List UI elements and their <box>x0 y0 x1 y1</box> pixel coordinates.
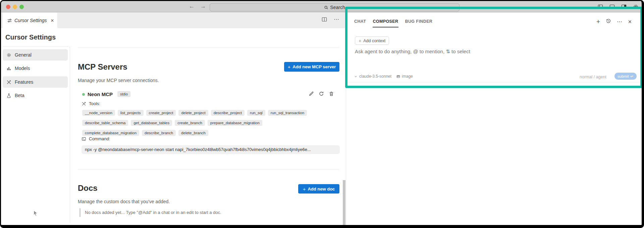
model-selector[interactable]: claude-3.5-sonnet image <box>354 74 413 79</box>
add-mcp-server-label: Add new MCP server <box>292 64 336 69</box>
sidebar-item-models[interactable]: Models <box>3 63 68 74</box>
image-icon <box>396 74 400 79</box>
tab-composer[interactable]: COMPOSER <box>373 19 398 27</box>
app-window: ← → Search Cursor Settings ✕ ⋯ <box>0 0 644 228</box>
layout-panel-right-icon[interactable] <box>621 4 627 11</box>
server-type-badge: stdio <box>117 91 130 97</box>
add-doc-button[interactable]: + Add new doc <box>298 184 339 194</box>
tool-tag: delete_project <box>178 110 208 116</box>
tool-tag-list: __node_version list_projects create_proj… <box>82 110 340 136</box>
docs-empty-message: No docs added yet... Type "@Add" in a ch… <box>79 208 221 217</box>
sidebar-item-label: Features <box>15 79 33 85</box>
add-doc-label: Add new doc <box>308 186 335 192</box>
tool-tag: list_projects <box>118 110 144 116</box>
sidebar-item-label: Beta <box>15 93 24 98</box>
mcp-section-description: Manage your MCP server connections. <box>78 78 159 83</box>
tab-chat[interactable]: CHAT <box>354 19 366 27</box>
add-mcp-server-button[interactable]: + Add new MCP server <box>284 62 339 72</box>
layout-panel-left-icon[interactable] <box>598 4 603 11</box>
zoom-window-button[interactable] <box>19 5 24 9</box>
search-placeholder: Search <box>330 5 345 10</box>
close-window-button[interactable] <box>6 5 10 9</box>
layout-panel-bottom-icon[interactable] <box>609 4 615 11</box>
submit-label: submit <box>618 74 629 78</box>
tab-label: Cursor Settings <box>14 18 47 23</box>
edit-server-icon[interactable] <box>309 91 314 98</box>
docs-section-title: Docs <box>78 183 98 193</box>
tab-bug-finder[interactable]: BUG FINDER <box>405 19 433 27</box>
docs-section-description: Manage the custom docs that you've added… <box>78 199 170 204</box>
sidebar-item-general[interactable]: General <box>3 49 68 61</box>
add-context-label: Add context <box>363 39 385 43</box>
command-label: Command: <box>89 136 110 141</box>
split-editor-icon[interactable] <box>322 17 327 23</box>
mcp-section-title: MCP Servers <box>78 62 127 72</box>
composer-tab-bar: CHAT COMPOSER BUG FINDER <box>354 19 432 27</box>
tool-tag: get_database_tables <box>131 120 172 126</box>
new-chat-icon[interactable]: + <box>596 19 600 24</box>
terminal-icon <box>82 137 86 141</box>
plus-icon: + <box>288 64 291 70</box>
add-context-button[interactable]: + Add context <box>355 36 389 45</box>
tools-label-row: Tools: <box>82 101 100 106</box>
more-actions-icon[interactable]: ⋯ <box>334 17 339 23</box>
server-status-dot <box>82 93 85 96</box>
tool-tag: run_sql_transaction <box>268 110 307 116</box>
settings-gear-icon[interactable] <box>633 4 639 11</box>
model-name: claude-3.5-sonnet <box>359 74 391 79</box>
tool-tag: create_branch <box>175 120 205 126</box>
search-input[interactable]: Search <box>210 3 460 11</box>
submit-button[interactable]: submit ↵ <box>614 73 637 80</box>
gear-icon <box>6 53 11 58</box>
sidebar-item-beta[interactable]: Beta <box>3 90 68 101</box>
tab-close-icon[interactable]: ✕ <box>50 18 54 23</box>
chevron-down-icon <box>354 75 357 78</box>
composer-input-divider <box>346 82 641 82</box>
server-name: Neon MCP <box>88 91 113 97</box>
search-icon <box>324 5 328 10</box>
close-panel-icon[interactable]: ✕ <box>628 19 632 24</box>
tools-icon <box>82 101 86 106</box>
image-toggle[interactable]: image <box>396 74 413 79</box>
mode-label[interactable]: normal / agent <box>580 75 606 79</box>
tab-cursor-settings[interactable]: Cursor Settings ✕ <box>3 13 57 28</box>
tool-tag: delete_branch <box>178 130 208 136</box>
delete-server-icon[interactable] <box>329 91 334 98</box>
tools-label: Tools: <box>89 101 100 106</box>
refresh-server-icon[interactable] <box>319 91 324 98</box>
tool-tag: run_sql <box>247 110 265 116</box>
composer-panel-actions: + ⋯ ✕ <box>596 18 632 25</box>
sidebar-item-label: General <box>15 52 32 58</box>
more-options-icon[interactable]: ⋯ <box>617 19 622 24</box>
plus-icon: + <box>359 38 361 44</box>
tool-tag: describe_table_schema <box>82 120 128 126</box>
sliders-icon <box>7 18 12 23</box>
divider <box>70 46 70 223</box>
editor-tab-bar: Cursor Settings ✕ ⋯ <box>1 13 346 28</box>
divider <box>3 46 69 47</box>
forward-icon[interactable]: → <box>200 3 206 10</box>
back-icon[interactable]: ← <box>189 3 195 10</box>
history-icon[interactable] <box>606 18 611 25</box>
flask-icon <box>6 93 11 98</box>
sidebar-item-features[interactable]: Features <box>3 76 68 88</box>
titlebar: ← → Search <box>1 1 642 12</box>
plus-icon: + <box>303 186 306 192</box>
command-label-row: Command: <box>82 136 110 141</box>
composer-input[interactable]: Ask agent to do anything, @ to mention, … <box>355 49 470 55</box>
divider <box>78 48 339 48</box>
minimize-window-button[interactable] <box>13 5 17 9</box>
tool-tag: create_project <box>146 110 176 116</box>
composer-panel <box>346 13 642 225</box>
tools-icon <box>6 80 11 85</box>
sidebar-item-label: Models <box>15 66 30 71</box>
server-command-value: npx -y @neondatabase/mcp-server-neon sta… <box>82 145 340 154</box>
vertical-scrollbar[interactable] <box>343 180 345 227</box>
tool-tag: describe_branch <box>142 130 176 136</box>
tool-tag: prepare_database_migration <box>208 120 262 126</box>
return-key-icon: ↵ <box>630 74 634 79</box>
tool-tag: __node_version <box>82 110 115 116</box>
page-title: Cursor Settings <box>5 33 56 41</box>
tool-tag: complete_database_migration <box>82 130 139 136</box>
tool-tag: describe_project <box>211 110 245 116</box>
